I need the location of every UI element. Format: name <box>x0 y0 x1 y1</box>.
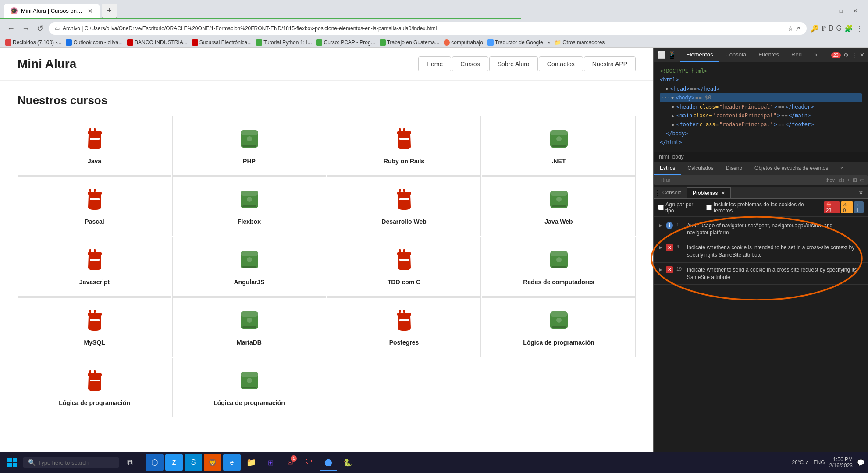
google-icon[interactable]: G <box>836 25 842 32</box>
group-checkbox-input[interactable] <box>658 205 664 210</box>
taskbar-python-app[interactable]: 🐍 <box>339 454 356 471</box>
taskbar-skype[interactable]: S <box>185 454 202 471</box>
task-view-button[interactable]: ⧉ <box>121 454 139 471</box>
devtools-inspect-icon[interactable]: ⬜ 📱 <box>654 49 680 61</box>
nav-cursos[interactable]: Cursos <box>452 56 488 71</box>
course-card-ruby[interactable]: Ruby on Rails <box>327 116 481 176</box>
pinterest-icon[interactable]: 𝐏 <box>822 25 826 32</box>
tab-calculados[interactable]: Calculados <box>681 162 719 175</box>
devtools-tab-console[interactable]: Consola <box>719 48 752 62</box>
close-button[interactable]: ✕ <box>850 7 861 15</box>
cookies-checkbox[interactable]: Incluir los problemas de las cookies de … <box>706 201 818 214</box>
menu-button[interactable]: ⋮ <box>856 25 863 33</box>
console-tab[interactable]: Consola <box>657 187 687 198</box>
breadcrumb-html[interactable]: html <box>659 154 669 160</box>
devtools-tab-sources[interactable]: Fuentes <box>752 48 785 62</box>
forward-button[interactable]: → <box>20 22 32 35</box>
extensions-icon[interactable]: 🔑 <box>810 25 819 33</box>
puzzle-icon[interactable]: 🧩 <box>844 25 853 33</box>
taskbar-vscode[interactable]: ⬡ <box>146 454 164 471</box>
course-card-flexbox[interactable]: Flexbox <box>172 176 326 236</box>
problem-item-1[interactable]: ▶ ℹ 1 Audit usage of navigator.userAgent… <box>654 219 868 241</box>
more-icon[interactable]: ⋮ <box>851 52 857 58</box>
problem-item-2[interactable]: ▶ ✕ 4 Indicate whether a cookie is inten… <box>654 240 868 263</box>
course-card-logica1[interactable]: Lógica de programación <box>482 297 636 357</box>
taskbar-search-input[interactable] <box>38 459 112 466</box>
bookmark-trabajo[interactable]: Trabajo en Guatema... <box>380 39 440 46</box>
nav-app[interactable]: Nuestra APP <box>584 56 636 71</box>
course-card-net[interactable]: .NET <box>482 116 636 176</box>
bookmark-python[interactable]: Tutorial Python 1: I... <box>256 39 312 46</box>
problem-item-3[interactable]: ▶ ✕ 19 Indicate whether to send a cookie… <box>654 263 868 285</box>
devtools-close-icon[interactable]: ✕ <box>860 52 864 58</box>
taskbar-explorer[interactable]: 📁 <box>242 454 260 471</box>
maximize-button[interactable]: □ <box>836 7 846 15</box>
taskbar-antivirus[interactable]: 🛡 <box>300 454 318 471</box>
bookmark-banco[interactable]: BANCO INDUSTRIA... <box>127 39 188 46</box>
devtools-tab-more[interactable]: » <box>808 48 823 62</box>
bookmark-icon[interactable]: ☆ <box>788 25 793 32</box>
group-by-type-checkbox[interactable]: Agrupar por tipo <box>658 201 701 214</box>
taskbar-search[interactable]: 🔍 <box>23 457 119 468</box>
expand-icon-3[interactable]: ▶ <box>659 267 662 272</box>
start-button[interactable] <box>4 454 21 471</box>
bookmark-computrabajo[interactable]: computrabajo <box>444 39 483 46</box>
course-card-mariadb[interactable]: MariaDB <box>172 297 326 357</box>
course-card-logica2[interactable]: Lógica de programación <box>18 358 171 417</box>
bookmark-outlook[interactable]: Outlook.com - oliva... <box>66 39 123 46</box>
breadcrumb-body[interactable]: body <box>672 154 684 160</box>
tab-estilos[interactable]: Estilos <box>654 162 681 175</box>
course-card-javaweb[interactable]: Java Web <box>482 176 636 236</box>
tab-more-styles[interactable]: » <box>834 162 850 175</box>
taskbar-edge[interactable]: e <box>223 454 241 471</box>
share-icon[interactable]: ↗ <box>795 25 800 32</box>
notification-icon[interactable]: 💬 <box>857 459 864 466</box>
taskbar-mail[interactable]: ✉ 1 <box>281 454 299 471</box>
settings-icon[interactable]: ⚙ <box>843 52 849 58</box>
nav-sobre[interactable]: Sobre Alura <box>489 56 538 71</box>
course-card-java[interactable]: Java <box>18 116 171 176</box>
problems-tab[interactable]: Problemas ✕ <box>687 187 731 198</box>
taskbar-store[interactable]: ⊞ <box>262 454 279 471</box>
course-card-desarrollo[interactable]: Desarrollo Web <box>327 176 481 236</box>
minimize-button[interactable]: ─ <box>822 7 832 15</box>
bookmark-pcap[interactable]: Curso: PCAP - Prog... <box>316 39 375 46</box>
computed-icon[interactable]: ▭ <box>860 177 864 183</box>
bookmark-sucursal[interactable]: Sucursal Electrónica... <box>192 39 252 46</box>
taskbar-chrome-active[interactable]: ⬤ <box>320 454 337 471</box>
dashlane-icon[interactable]: D <box>829 25 834 32</box>
active-tab[interactable]: 🎓 Mini Alura | Cursos online ✕ <box>4 4 100 18</box>
taskbar-zoom[interactable]: Z <box>165 454 183 471</box>
devtools-tab-elements[interactable]: Elementos <box>680 48 719 62</box>
filter-input[interactable] <box>657 177 823 183</box>
expand-icon-2[interactable]: ▶ <box>659 245 662 250</box>
close-problems-icon[interactable]: ✕ <box>858 189 868 196</box>
layout-icon[interactable]: ⊞ <box>853 177 857 183</box>
course-card-mysql[interactable]: MySQL <box>18 297 171 357</box>
bookmark-gmail[interactable]: Recibidos (7,100) -... <box>5 39 61 46</box>
new-tab-button[interactable]: + <box>102 4 117 18</box>
url-box[interactable]: 🗂 Archivo | C:/Users/oliva/OneDrive/Escr… <box>49 22 807 35</box>
course-card-php[interactable]: PHP <box>172 116 326 176</box>
tab-close-button[interactable]: ✕ <box>88 7 93 14</box>
expand-icon-1[interactable]: ▶ <box>659 223 662 228</box>
nav-home[interactable]: Home <box>418 56 451 71</box>
devtools-tab-network[interactable]: Red <box>785 48 808 62</box>
course-card-angular[interactable]: AngularJS <box>172 237 326 297</box>
course-card-tdd[interactable]: TDD com C <box>327 237 481 297</box>
course-card-pascal[interactable]: Pascal <box>18 176 171 236</box>
reload-button[interactable]: ↺ <box>35 22 45 35</box>
back-button[interactable]: ← <box>5 22 17 35</box>
nav-contactos[interactable]: Contactos <box>539 56 583 71</box>
dom-body[interactable]: ··· ▼ <body> == $0 <box>660 93 862 102</box>
course-card-postgres[interactable]: Postegres <box>327 297 481 357</box>
cookies-checkbox-input[interactable] <box>706 205 712 210</box>
course-card-redes[interactable]: Redes de computadores <box>482 237 636 297</box>
course-card-logica3[interactable]: Lógica de programación <box>172 358 326 417</box>
close-tab-icon[interactable]: ✕ <box>721 191 725 196</box>
taskbar-brave[interactable]: 🦁 <box>204 454 221 471</box>
course-card-javascript[interactable]: Javascript <box>18 237 171 297</box>
bookmark-traductor[interactable]: Traductor de Google <box>487 39 543 46</box>
bookmark-otros[interactable]: 📁 Otros marcadores <box>555 39 605 46</box>
tab-diseno[interactable]: Diseño <box>720 162 748 175</box>
